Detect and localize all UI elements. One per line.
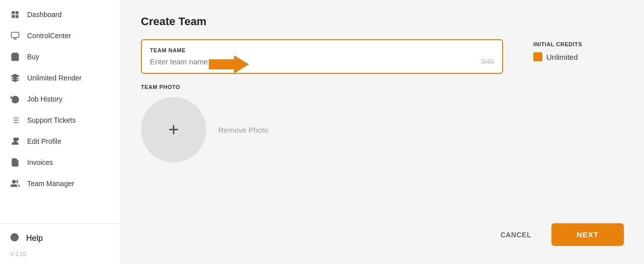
char-count: 0/40 — [481, 58, 494, 65]
sidebar-item-label-buy: Buy — [27, 53, 39, 61]
team-name-label: TEAM NAME — [150, 47, 494, 53]
credits-value-row: Unlimited — [533, 52, 624, 61]
sidebar-item-label-invoices: Invoices — [27, 158, 53, 166]
svg-rect-1 — [16, 11, 19, 14]
svg-marker-6 — [12, 74, 19, 78]
sidebar-item-label-team-manager: Team Manager — [27, 180, 74, 188]
team-photo-section: TEAM PHOTO + Remove Photo — [141, 84, 503, 162]
svg-rect-0 — [12, 11, 15, 14]
svg-rect-2 — [12, 15, 15, 18]
sidebar-item-unlimited-render[interactable]: Unlimited Render — [0, 67, 120, 89]
plus-icon: + — [168, 121, 179, 139]
sidebar-footer: Help V 2.10 — [0, 223, 120, 264]
sidebar-item-team-manager[interactable]: Team Manager — [0, 173, 120, 194]
credits-text: Unlimited — [546, 53, 578, 61]
form-left: TEAM NAME 0/40 TEAM PHOTO + Remove Photo — [141, 39, 503, 162]
sidebar-item-job-history[interactable]: Job History — [0, 89, 120, 110]
bottom-buttons: CANCEL NEXT — [491, 223, 624, 246]
file-icon — [10, 157, 20, 167]
svg-point-16 — [13, 180, 16, 183]
remove-photo-button[interactable]: Remove Photo — [218, 126, 268, 134]
sidebar: Dashboard ControlCenter Buy Unlimited Re… — [0, 0, 121, 264]
sidebar-item-dashboard[interactable]: Dashboard — [0, 4, 120, 25]
sidebar-item-edit-profile[interactable]: Edit Profile — [0, 131, 120, 152]
sidebar-item-control-center[interactable]: ControlCenter — [0, 25, 120, 46]
sidebar-item-label-support-tickets: Support Tickets — [27, 116, 76, 124]
team-name-input-row: 0/40 — [150, 57, 494, 66]
list-icon — [10, 115, 20, 125]
monitor-icon — [10, 31, 20, 41]
sidebar-item-support-tickets[interactable]: Support Tickets — [0, 110, 120, 131]
history-icon — [10, 94, 20, 104]
sidebar-nav: Dashboard ControlCenter Buy Unlimited Re… — [0, 0, 120, 223]
sidebar-item-invoices[interactable]: Invoices — [0, 152, 120, 173]
version-text: V 2.10 — [10, 249, 110, 258]
photo-upload-circle[interactable]: + — [141, 97, 206, 162]
team-name-input[interactable] — [150, 57, 477, 66]
sidebar-item-label-help: Help — [26, 234, 43, 243]
page-title: Create Team — [141, 15, 624, 28]
cart-icon — [10, 52, 20, 62]
help-icon — [10, 233, 19, 244]
sidebar-item-label-unlimited-render: Unlimited Render — [27, 74, 82, 82]
user-edit-icon — [10, 136, 20, 146]
team-photo-label: TEAM PHOTO — [141, 84, 503, 90]
sidebar-item-help[interactable]: Help — [10, 230, 110, 247]
sidebar-item-label-edit-profile: Edit Profile — [27, 137, 61, 145]
credits-dot-icon — [533, 52, 542, 61]
main-content: Create Team TEAM NAME 0/40 TEAM PHOTO + — [121, 0, 644, 264]
layers-icon — [10, 73, 20, 83]
cancel-button[interactable]: CANCEL — [491, 225, 541, 245]
svg-rect-3 — [16, 15, 19, 18]
credits-section: INITIAL CREDITS Unlimited — [533, 39, 624, 61]
svg-rect-4 — [12, 32, 19, 38]
initial-credits-label: INITIAL CREDITS — [533, 41, 624, 47]
team-name-box: TEAM NAME 0/40 — [141, 39, 503, 74]
sidebar-item-label-job-history: Job History — [27, 95, 62, 103]
grid-icon — [10, 10, 20, 20]
users-icon — [10, 179, 20, 189]
next-button[interactable]: NEXT — [551, 223, 624, 246]
sidebar-item-buy[interactable]: Buy — [0, 46, 120, 67]
form-section: TEAM NAME 0/40 TEAM PHOTO + Remove Photo — [141, 39, 624, 162]
photo-area: + Remove Photo — [141, 97, 503, 162]
sidebar-item-label-control-center: ControlCenter — [27, 32, 71, 40]
sidebar-item-label-dashboard: Dashboard — [27, 11, 62, 19]
